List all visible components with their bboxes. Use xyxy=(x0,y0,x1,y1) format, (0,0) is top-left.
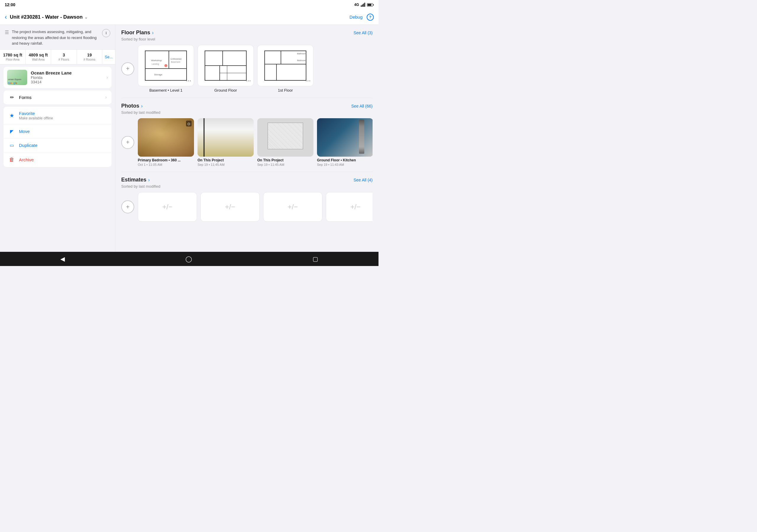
floor-plan-ground-label: Ground Floor xyxy=(197,88,254,93)
actions-menu: ★ Favorite Make available offline ◤ Move… xyxy=(4,107,111,167)
floor-plan-first-more-icon[interactable]: ··· xyxy=(305,78,311,84)
stat-floors-value: 3 xyxy=(53,53,74,57)
title-chevron-icon[interactable]: ⌄ xyxy=(84,15,88,19)
svg-text:Landing: Landing xyxy=(152,63,159,65)
archive-icon: 🗑 xyxy=(8,157,15,163)
location-card[interactable]: uman Eques Google Ocean Breeze Lane Flor… xyxy=(4,67,111,88)
header-right: Debug ? xyxy=(349,14,374,21)
photo-bedroom-card[interactable]: ⬡ Primary Bedroom • 360 ... Oct 1 • 11:0… xyxy=(138,118,194,166)
stat-rooms: 19 # Rooms xyxy=(77,50,103,64)
floor-plan-first-img: Bathroom Bedroom ··· xyxy=(257,45,314,86)
forms-section: ✏ Forms › xyxy=(4,90,111,104)
floor-plan-first[interactable]: Bathroom Bedroom ··· 1st Floor xyxy=(257,45,314,93)
svg-text:Bathroom: Bathroom xyxy=(297,53,306,55)
photos-see-all[interactable]: See All (66) xyxy=(351,104,373,108)
floor-plans-header: Floor Plans › See All (3) xyxy=(121,30,373,36)
stat-floor-area: 1780 sq ft Floor Area xyxy=(0,50,26,64)
network-label: 4G xyxy=(354,3,359,7)
favorite-icon: ★ xyxy=(8,112,15,119)
stats-row: 1780 sq ft Floor Area 4809 sq ft Wall Ar… xyxy=(0,49,115,64)
photos-title-row[interactable]: Photos › xyxy=(121,103,142,109)
svg-rect-17 xyxy=(265,51,306,80)
svg-rect-20 xyxy=(265,64,277,80)
stat-floors-label: # Floors xyxy=(53,58,74,61)
stat-wall-area-value: 4809 sq ft xyxy=(28,53,49,57)
right-content: Floor Plans › See All (3) Sorted by floo… xyxy=(115,25,378,252)
svg-text:Basement: Basement xyxy=(171,61,180,63)
info-button[interactable]: i xyxy=(102,29,110,37)
estimate-4-icon: +/− xyxy=(350,203,361,211)
floor-plans-see-all[interactable]: See All (3) xyxy=(353,30,373,35)
estimates-see-all[interactable]: See All (4) xyxy=(353,178,373,182)
duplicate-action[interactable]: ▭ Duplicate xyxy=(4,139,111,153)
floor-plan-ground[interactable]: ··· Ground Floor xyxy=(197,45,254,93)
debug-button[interactable]: Debug xyxy=(349,15,363,19)
svg-text:Storage: Storage xyxy=(154,73,163,76)
svg-rect-21 xyxy=(277,64,306,80)
forms-menu-item[interactable]: ✏ Forms › xyxy=(4,90,111,104)
status-right: 4G xyxy=(354,3,374,7)
favorite-action[interactable]: ★ Favorite Make available offline xyxy=(4,107,111,125)
back-button[interactable]: ‹ xyxy=(5,13,7,21)
photo-office-label: On This Project xyxy=(197,158,254,162)
photo-art-card[interactable]: On This Project Sep 19 • 11:45 AM xyxy=(257,118,314,166)
estimate-card-4[interactable]: +/− xyxy=(326,192,373,222)
svg-rect-3 xyxy=(145,69,187,80)
floor-plan-basement[interactable]: Workshop Landing Unfinished Basement Sto… xyxy=(138,45,194,93)
estimates-section: Estimates › See All (4) Sorted by last m… xyxy=(115,172,378,227)
estimate-card-2[interactable]: +/− xyxy=(200,192,259,222)
location-zip: 33414 xyxy=(31,80,103,84)
floor-plan-ground-img: ··· xyxy=(197,45,254,86)
add-photo-button[interactable]: + xyxy=(121,136,134,149)
home-nav-button[interactable]: ◯ xyxy=(179,253,198,265)
battery-icon xyxy=(367,3,374,7)
floor-plan-basement-label: Basement • Level 1 xyxy=(138,88,194,93)
floor-plan-ground-more-icon[interactable]: ··· xyxy=(246,78,251,84)
back-nav-button[interactable]: ◀ xyxy=(54,253,71,265)
recents-nav-button[interactable]: ▢ xyxy=(307,253,324,265)
estimates-title: Estimates xyxy=(121,177,146,183)
forms-chevron-icon: › xyxy=(105,95,107,100)
move-label: Move xyxy=(19,129,107,134)
add-estimate-button[interactable]: + xyxy=(121,200,134,213)
photo-bottle-card[interactable]: Ground Floor • Kitchen Sep 19 • 11:43 AM xyxy=(317,118,373,166)
estimates-subtitle: Sorted by last modified xyxy=(121,184,373,189)
floor-plans-title-row[interactable]: Floor Plans › xyxy=(121,30,153,36)
photos-title: Photos xyxy=(121,103,139,109)
favorite-content: Favorite Make available offline xyxy=(19,111,107,120)
photo-office-card[interactable]: On This Project Sep 19 • 11:45 AM xyxy=(197,118,254,166)
photo-bedroom-label: Primary Bedroom • 360 ... xyxy=(138,158,194,162)
description-section: ☰ The project involves assessing, mitiga… xyxy=(0,25,115,49)
photos-chevron-icon: › xyxy=(141,103,142,109)
move-action[interactable]: ◤ Move xyxy=(4,125,111,139)
location-name: Ocean Breeze Lane xyxy=(31,70,103,75)
estimates-title-row[interactable]: Estimates › xyxy=(121,177,150,183)
floor-plan-basement-more-icon[interactable]: ··· xyxy=(186,78,191,84)
see-more-stats[interactable]: Se... xyxy=(102,50,115,64)
see-more-stats-label: Se... xyxy=(105,55,113,59)
archive-action[interactable]: 🗑 Archive xyxy=(4,153,111,167)
signal-icon xyxy=(361,3,365,7)
stat-wall-area: 4809 sq ft Wall Area xyxy=(26,50,51,64)
location-chevron-icon: › xyxy=(106,75,108,80)
floor-plans-title: Floor Plans xyxy=(121,30,150,36)
archive-label: Archive xyxy=(19,157,107,162)
svg-rect-12 xyxy=(223,51,246,66)
move-icon: ◤ xyxy=(8,129,15,134)
estimate-card-1[interactable]: +/− xyxy=(138,192,197,222)
svg-text:Workshop: Workshop xyxy=(151,59,162,62)
photo-bedroom-date: Oct 1 • 11:05 AM xyxy=(138,163,194,166)
stat-floor-area-label: Floor Area xyxy=(2,58,23,61)
help-button[interactable]: ? xyxy=(367,14,374,21)
estimate-2-icon: +/− xyxy=(225,203,235,211)
photo-office-date: Sep 19 • 11:45 AM xyxy=(197,163,254,166)
hamburger-icon: ☰ xyxy=(5,30,9,35)
add-floor-plan-button[interactable]: + xyxy=(121,62,134,75)
forms-label: Forms xyxy=(19,95,102,100)
estimates-scroll: + +/− +/− +/− +/− xyxy=(121,192,373,224)
floor-plans-scroll: + Workshop Landing Unfinished Basement xyxy=(121,45,373,95)
location-info: Ocean Breeze Lane Florida 33414 xyxy=(31,70,103,84)
floor-plans-chevron-icon: › xyxy=(152,30,153,36)
svg-rect-11 xyxy=(205,51,223,66)
estimate-card-3[interactable]: +/− xyxy=(263,192,322,222)
